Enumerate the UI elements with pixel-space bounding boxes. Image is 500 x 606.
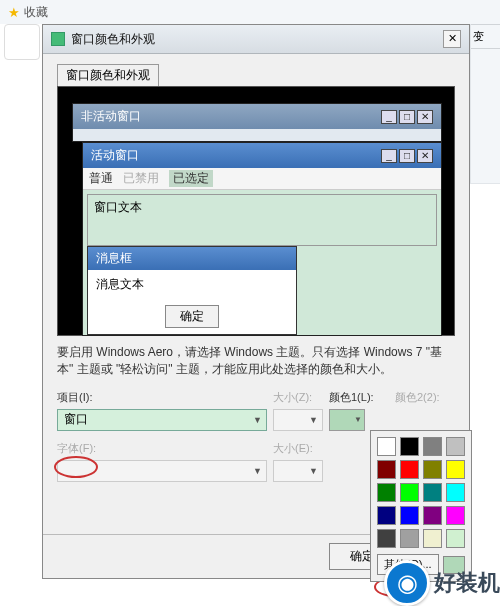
size-label: 大小(Z): — [273, 390, 323, 405]
color-swatch[interactable] — [446, 437, 465, 456]
color-swatch[interactable] — [400, 437, 419, 456]
item-dropdown[interactable]: 窗口 ▼ — [57, 409, 267, 431]
browser-fav-bar: ★ 收藏 — [0, 0, 500, 24]
inactive-window-preview: 非活动窗口 _ □ ✕ — [72, 103, 442, 142]
msgbox-text: 消息文本 — [88, 270, 296, 299]
active-window-title: 活动窗口 — [91, 147, 139, 164]
side-tab-label[interactable]: 变 — [471, 24, 500, 49]
dropdown-arrow-icon: ▼ — [354, 415, 362, 424]
fontsize-dropdown: ▼ — [273, 460, 323, 482]
swatch-grid — [377, 437, 465, 548]
watermark-logo-icon: ◉ — [384, 560, 430, 606]
minimize-icon: _ — [381, 149, 397, 163]
dropdown-arrow-icon: ▼ — [309, 466, 318, 476]
right-sidebar: 变 — [470, 24, 500, 184]
star-icon: ★ — [8, 5, 20, 20]
msgbox-ok-button: 确定 — [165, 305, 219, 328]
color-swatch[interactable] — [423, 506, 442, 525]
color-swatch[interactable] — [446, 460, 465, 479]
preview-area: 非活动窗口 _ □ ✕ 活动窗口 _ □ — [57, 86, 455, 336]
dropdown-arrow-icon: ▼ — [253, 415, 262, 425]
color-swatch[interactable] — [377, 460, 396, 479]
menu-selected: 已选定 — [169, 170, 213, 187]
font-label: 字体(F): — [57, 441, 267, 456]
color1-label: 颜色1(L): — [329, 390, 389, 405]
color-swatch[interactable] — [423, 483, 442, 502]
description-text: 要启用 Windows Aero，请选择 Windows 主题。只有选择 Win… — [57, 344, 455, 378]
item-label: 项目(I): — [57, 390, 267, 405]
maximize-icon: □ — [399, 110, 415, 124]
close-icon: ✕ — [417, 110, 433, 124]
color-swatch[interactable] — [377, 506, 396, 525]
msgbox-preview: 消息框 消息文本 确定 — [87, 246, 297, 335]
dialog-icon — [51, 32, 65, 46]
color2-label: 颜色2(2): — [395, 390, 450, 405]
dropdown-arrow-icon: ▼ — [253, 466, 262, 476]
msgbox-title: 消息框 — [88, 247, 296, 270]
color-swatch[interactable] — [423, 437, 442, 456]
menu-normal: 普通 — [89, 170, 113, 187]
dropdown-arrow-icon: ▼ — [309, 415, 318, 425]
color-swatch[interactable] — [446, 483, 465, 502]
item-value: 窗口 — [64, 411, 88, 428]
subtab-appearance[interactable]: 窗口颜色和外观 — [57, 64, 159, 86]
active-window-preview: 活动窗口 _ □ ✕ 普通 已禁用 已选定 窗口文本 — [82, 142, 442, 336]
dialog-close-button[interactable]: ✕ — [443, 30, 461, 48]
minimize-icon: _ — [381, 110, 397, 124]
color-swatch[interactable] — [446, 529, 465, 548]
color-swatch[interactable] — [377, 437, 396, 456]
size-dropdown: ▼ — [273, 409, 323, 431]
watermark-text: 好装机 — [434, 568, 500, 598]
color-swatch[interactable] — [377, 529, 396, 548]
color-swatch[interactable] — [400, 506, 419, 525]
color-swatch[interactable] — [400, 460, 419, 479]
menu-disabled: 已禁用 — [123, 170, 159, 187]
color-swatch[interactable] — [423, 460, 442, 479]
color-swatch[interactable] — [446, 506, 465, 525]
color1-button[interactable]: ▼ — [329, 409, 365, 431]
color-swatch[interactable] — [400, 529, 419, 548]
color-swatch[interactable] — [423, 529, 442, 548]
left-sidebar — [4, 24, 40, 60]
color-swatch[interactable] — [377, 483, 396, 502]
window-text-label: 窗口文本 — [88, 195, 436, 220]
fontsize-label: 大小(E): — [273, 441, 323, 456]
fav-label: 收藏 — [24, 4, 48, 21]
dialog-titlebar: 窗口颜色和外观 ✕ — [43, 25, 469, 54]
watermark: ◉ 好装机 — [384, 560, 500, 606]
inactive-window-title: 非活动窗口 — [81, 108, 141, 125]
font-dropdown: ▼ — [57, 460, 267, 482]
color-swatch[interactable] — [400, 483, 419, 502]
close-icon: ✕ — [417, 149, 433, 163]
page-tab-icon[interactable] — [4, 24, 40, 60]
maximize-icon: □ — [399, 149, 415, 163]
dialog-title: 窗口颜色和外观 — [71, 31, 443, 48]
